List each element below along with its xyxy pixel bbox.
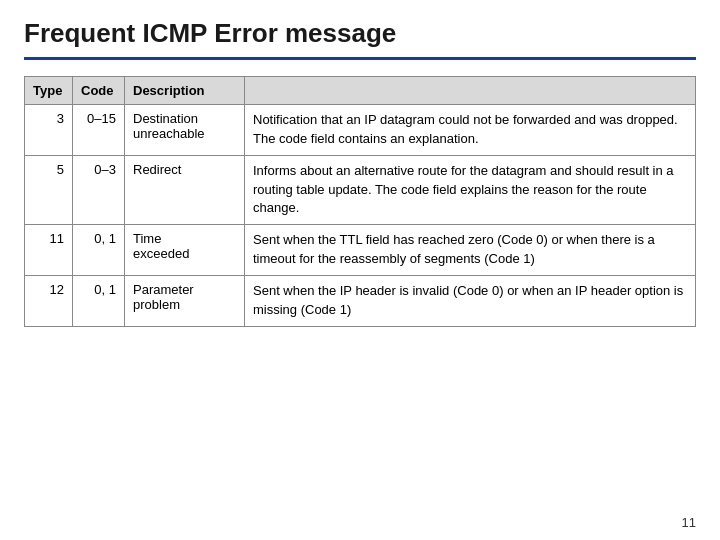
- cell-type-0: 3: [25, 105, 73, 156]
- col-header-code: Code: [73, 77, 125, 105]
- table-row: 12 0, 1 Parameterproblem Sent when the I…: [25, 275, 696, 326]
- table-row: 5 0–3 Redirect Informs about an alternat…: [25, 155, 696, 225]
- cell-type-1: 5: [25, 155, 73, 225]
- cell-desc-3: Parameterproblem: [125, 275, 245, 326]
- cell-desc-1: Redirect: [125, 155, 245, 225]
- col-header-description: Description: [125, 77, 245, 105]
- icmp-table: Type Code Description 3 0–15 Destination…: [24, 76, 696, 327]
- cell-detail-3: Sent when the IP header is invalid (Code…: [245, 275, 696, 326]
- cell-desc-0: Destinationunreachable: [125, 105, 245, 156]
- cell-code-1: 0–3: [73, 155, 125, 225]
- cell-type-2: 11: [25, 225, 73, 276]
- cell-code-2: 0, 1: [73, 225, 125, 276]
- cell-detail-0: Notification that an IP datagram could n…: [245, 105, 696, 156]
- table-header-row: Type Code Description: [25, 77, 696, 105]
- cell-code-0: 0–15: [73, 105, 125, 156]
- page-title: Frequent ICMP Error message: [24, 18, 696, 49]
- cell-detail-2: Sent when the TTL field has reached zero…: [245, 225, 696, 276]
- title-divider: [24, 57, 696, 60]
- page-number: 11: [24, 509, 696, 530]
- col-header-detail: [245, 77, 696, 105]
- col-header-type: Type: [25, 77, 73, 105]
- cell-detail-1: Informs about an alternative route for t…: [245, 155, 696, 225]
- table-row: 11 0, 1 Timeexceeded Sent when the TTL f…: [25, 225, 696, 276]
- cell-desc-2: Timeexceeded: [125, 225, 245, 276]
- cell-code-3: 0, 1: [73, 275, 125, 326]
- cell-type-3: 12: [25, 275, 73, 326]
- table-row: 3 0–15 Destinationunreachable Notificati…: [25, 105, 696, 156]
- page: Frequent ICMP Error message Type Code De…: [0, 0, 720, 540]
